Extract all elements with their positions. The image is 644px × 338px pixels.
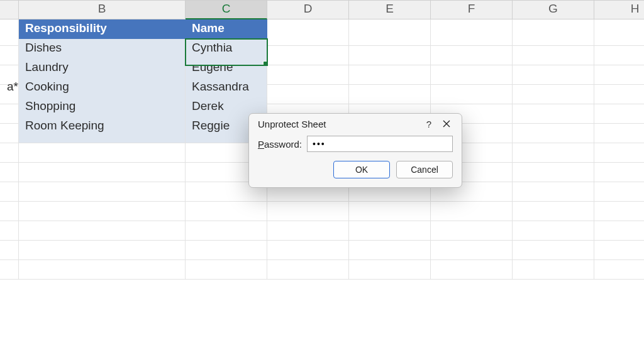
column-header[interactable]: F <box>431 0 513 19</box>
password-row: Password: <box>258 136 453 152</box>
unprotect-sheet-dialog: Unprotect Sheet ? Password: OK Cancel <box>248 113 462 188</box>
cell[interactable] <box>349 253 431 280</box>
cell[interactable] <box>513 253 594 280</box>
cancel-button[interactable]: Cancel <box>396 161 453 178</box>
cell[interactable] <box>267 253 349 280</box>
cell[interactable] <box>19 253 186 280</box>
ok-button[interactable]: OK <box>333 161 390 178</box>
cell[interactable] <box>186 253 267 280</box>
row-stub[interactable] <box>0 253 19 280</box>
cell[interactable] <box>594 253 644 280</box>
password-label: Password: <box>258 139 302 150</box>
dialog-buttons: OK Cancel <box>258 161 453 178</box>
cell[interactable] <box>431 253 513 280</box>
column-header[interactable]: E <box>349 0 431 19</box>
column-header[interactable]: D <box>267 0 349 19</box>
dialog-body: Password: OK Cancel <box>249 133 462 187</box>
dialog-titlebar[interactable]: Unprotect Sheet ? <box>249 114 462 133</box>
column-header[interactable]: H <box>594 0 644 19</box>
column-header[interactable]: G <box>513 0 594 19</box>
password-input[interactable] <box>307 136 453 152</box>
column-header[interactable]: B <box>19 0 186 19</box>
dialog-title: Unprotect Sheet <box>258 119 420 129</box>
column-header-corner <box>0 0 19 19</box>
column-header-active[interactable]: C <box>186 0 267 19</box>
close-icon[interactable] <box>438 119 455 129</box>
selected-cell[interactable]: Cynthia <box>186 39 267 65</box>
help-icon[interactable]: ? <box>420 119 438 129</box>
